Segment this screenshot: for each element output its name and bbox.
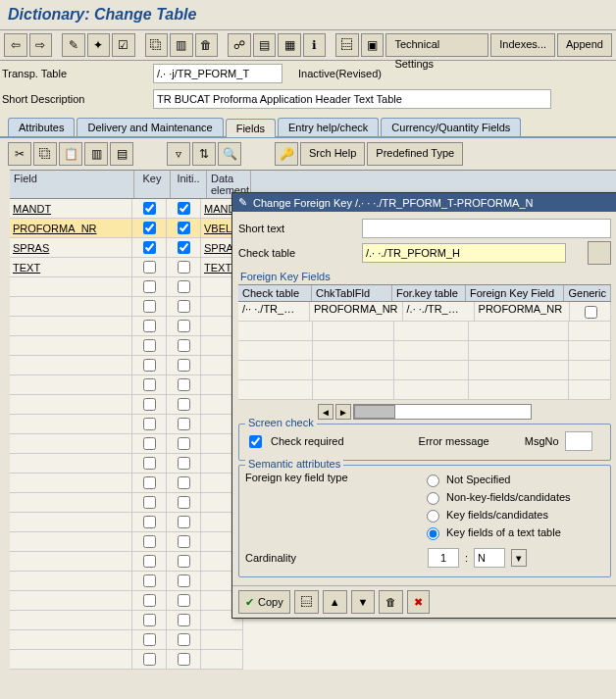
cut-icon[interactable]: ✂ <box>8 142 31 166</box>
list-icon[interactable]: ▤ <box>253 33 277 57</box>
init-checkbox[interactable] <box>178 261 190 274</box>
tab-currency[interactable]: Currency/Quantity Fields <box>381 118 521 136</box>
down-icon[interactable]: ▼ <box>351 590 376 614</box>
srch-help-button[interactable]: Srch Help <box>300 142 365 166</box>
find-icon[interactable]: 🔍 <box>218 142 241 166</box>
up-icon[interactable]: ▲ <box>323 590 347 614</box>
key-checkbox[interactable] <box>143 476 156 489</box>
dropdown-icon[interactable]: ▾ <box>511 549 527 567</box>
init-checkbox[interactable] <box>178 633 190 646</box>
key-checkbox[interactable] <box>143 437 156 450</box>
init-checkbox[interactable] <box>178 516 190 528</box>
key-icon[interactable]: 🔑 <box>275 142 298 166</box>
key-checkbox[interactable] <box>143 378 156 391</box>
init-checkbox[interactable] <box>178 555 190 568</box>
key-checkbox[interactable] <box>143 241 156 254</box>
init-checkbox[interactable] <box>178 476 190 489</box>
init-checkbox[interactable] <box>178 202 190 215</box>
col2-icon[interactable]: ▤ <box>110 142 133 166</box>
key-checkbox[interactable] <box>143 574 156 587</box>
paste-icon[interactable]: 📋 <box>59 142 82 166</box>
col-icon[interactable]: ▥ <box>84 142 108 166</box>
expand-icon[interactable]: ⿳ <box>294 590 319 614</box>
init-checkbox[interactable] <box>178 418 190 430</box>
cardinality-left-field[interactable] <box>428 548 459 568</box>
key-checkbox[interactable] <box>143 594 156 607</box>
cardinality-right-field[interactable] <box>474 548 505 568</box>
scroll-thumb[interactable] <box>354 405 395 419</box>
delete-icon[interactable]: 🗑 <box>379 590 403 614</box>
table-row[interactable] <box>10 650 616 670</box>
short-text-field[interactable] <box>362 219 611 238</box>
filter-icon[interactable]: ▿ <box>167 142 190 166</box>
key-checkbox[interactable] <box>143 320 156 332</box>
key-checkbox[interactable] <box>143 457 156 470</box>
back-icon[interactable]: ⇦ <box>4 33 27 57</box>
fk-row[interactable] <box>238 341 611 361</box>
table-icon[interactable]: ▥ <box>170 33 193 57</box>
check-table-generate-button[interactable] <box>588 241 611 265</box>
sort-icon[interactable]: ⇅ <box>192 142 216 166</box>
scroll-left-icon[interactable]: ◄ <box>318 404 334 420</box>
init-checkbox[interactable] <box>178 359 190 372</box>
scroll-track[interactable] <box>353 404 532 420</box>
init-checkbox[interactable] <box>178 496 190 509</box>
tree-icon[interactable]: ☍ <box>228 33 251 57</box>
check-icon[interactable]: ☑ <box>112 33 135 57</box>
graph-icon[interactable]: ⿳ <box>335 33 359 57</box>
init-checkbox[interactable] <box>178 378 190 391</box>
forward-icon[interactable]: ⇨ <box>29 33 53 57</box>
table-row[interactable] <box>10 630 616 650</box>
scroll-right-icon[interactable]: ► <box>335 404 351 420</box>
copy-icon[interactable]: ⿻ <box>145 33 169 57</box>
info-icon[interactable]: ℹ <box>303 33 327 57</box>
copy2-icon[interactable]: ⿻ <box>33 142 57 166</box>
indexes-button[interactable]: Indexes... <box>490 33 555 57</box>
transp-table-field[interactable] <box>153 64 282 83</box>
init-checkbox[interactable] <box>178 653 190 666</box>
init-checkbox[interactable] <box>178 241 190 254</box>
key-checkbox[interactable] <box>143 555 156 568</box>
activate-icon[interactable]: ✦ <box>87 33 111 57</box>
msgno-field[interactable] <box>565 431 592 451</box>
fk-type-keycand-radio[interactable] <box>427 510 439 523</box>
key-checkbox[interactable] <box>143 202 156 215</box>
key-checkbox[interactable] <box>143 359 156 372</box>
tab-attributes[interactable]: Attributes <box>8 118 75 136</box>
key-checkbox[interactable] <box>143 535 156 548</box>
key-checkbox[interactable] <box>143 653 156 666</box>
fk-row[interactable] <box>238 380 611 400</box>
wand-icon[interactable]: ✎ <box>62 33 85 57</box>
key-checkbox[interactable] <box>143 516 156 528</box>
key-checkbox[interactable] <box>143 339 156 352</box>
key-checkbox[interactable] <box>143 300 156 313</box>
init-checkbox[interactable] <box>178 594 190 607</box>
generic-checkbox[interactable] <box>585 306 597 319</box>
tab-fields[interactable]: Fields <box>226 119 276 137</box>
layout-icon[interactable]: ▦ <box>278 33 301 57</box>
init-checkbox[interactable] <box>178 457 190 470</box>
key-checkbox[interactable] <box>143 418 156 430</box>
close-icon[interactable]: ✖ <box>407 590 430 614</box>
check-required-checkbox[interactable] <box>249 435 262 448</box>
init-checkbox[interactable] <box>178 574 190 587</box>
key-checkbox[interactable] <box>143 496 156 509</box>
init-checkbox[interactable] <box>178 300 190 313</box>
init-checkbox[interactable] <box>178 398 190 411</box>
tab-delivery[interactable]: Delivery and Maintenance <box>77 118 223 136</box>
predefined-type-button[interactable]: Predefined Type <box>367 142 463 166</box>
append-button[interactable]: Append <box>557 33 612 57</box>
copy-button[interactable]: ✔Copy <box>238 590 290 614</box>
technical-settings-button[interactable]: Technical Settings <box>385 33 488 57</box>
fk-row[interactable] <box>238 361 611 380</box>
init-checkbox[interactable] <box>178 535 190 548</box>
trash-icon[interactable]: 🗑 <box>195 33 219 57</box>
init-checkbox[interactable] <box>178 339 190 352</box>
init-checkbox[interactable] <box>178 222 190 234</box>
data-icon[interactable]: ▣ <box>361 33 385 57</box>
tab-entry-help[interactable]: Entry help/check <box>278 118 379 136</box>
key-checkbox[interactable] <box>143 633 156 646</box>
short-desc-field[interactable] <box>153 89 551 109</box>
init-checkbox[interactable] <box>178 320 190 332</box>
key-checkbox[interactable] <box>143 398 156 411</box>
